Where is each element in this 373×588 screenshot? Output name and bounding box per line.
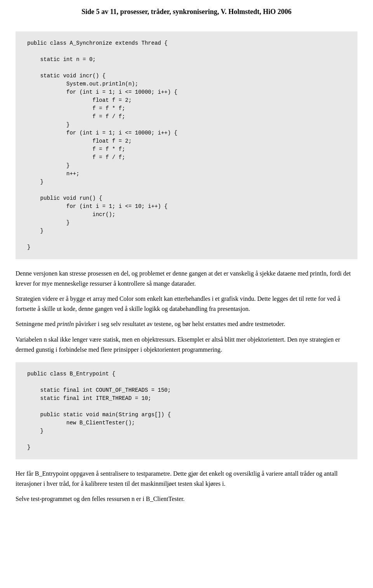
- paragraph-7: Selve test-programmet og den felles ress…: [16, 494, 357, 504]
- page-header: Side 5 av 11, prosesser, tråder, synkron…: [16, 8, 357, 20]
- paragraph-1: Denne versjonen kan stresse prosessen en…: [16, 269, 357, 288]
- paragraph-4-italic: println: [57, 321, 74, 327]
- text-section-2: Her får B_Entrypoint oppgaven å sentrali…: [16, 469, 357, 504]
- code-block-1: public class A_Synchronize extends Threa…: [16, 31, 357, 259]
- paragraph-2-text: Strategien videre er å bygge et array me…: [16, 295, 256, 302]
- paragraph-5: Variabelen n skal ikke lenger være stati…: [16, 335, 357, 354]
- code-block-2: public class B_Entrypoint { static final…: [16, 362, 357, 459]
- paragraph-4-post: påvirker i seg selv resultatet av testen…: [74, 321, 285, 327]
- paragraph-2: Strategien videre er å bygge et array me…: [16, 294, 357, 314]
- paragraph-4-pre: Setningene med: [16, 321, 57, 327]
- paragraph-4: Setningene med println påvirker i seg se…: [16, 319, 357, 329]
- text-section-1: Denne versjonen kan stresse prosessen en…: [16, 269, 357, 354]
- paragraph-6: Her får B_Entrypoint oppgaven å sentrali…: [16, 469, 357, 489]
